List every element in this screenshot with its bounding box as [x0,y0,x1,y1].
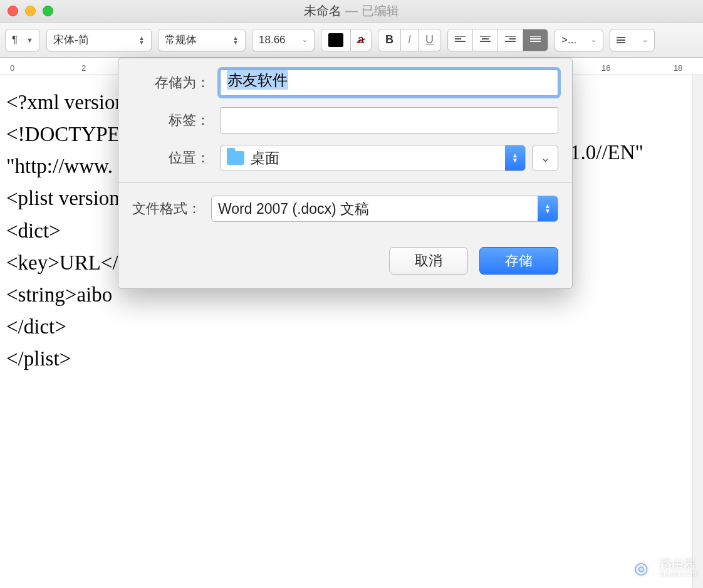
tags-label: 标签： [132,111,220,130]
tags-input[interactable] [220,107,558,134]
ruler-tick: 0 [10,63,14,73]
font-size-select[interactable]: 18.66 ⌄ [252,29,315,51]
align-right-icon [505,36,516,44]
watermark-sub: luyouqi.com [660,570,697,578]
align-left-button[interactable] [447,29,473,51]
align-justify-icon [530,36,541,44]
location-label: 位置： [132,149,220,167]
watermark-brand: 路由器 [660,558,697,570]
font-size-value: 18.66 [259,34,286,46]
popup-stepper-icon: ▲▼ [505,145,525,171]
location-popup[interactable]: 桌面 ▲▼ [220,145,526,171]
chevron-down-icon: ⌄ [541,151,550,165]
line-spacing-select[interactable]: >... ⌄ [555,29,603,51]
window-title: 未命名 — 已编辑 [304,3,398,19]
save-dialog: 存储为： 赤友软件 标签： 位置： 桌面 ▲▼ [118,58,573,289]
align-center-icon [480,36,491,44]
toolbar: ¶ ▼ 宋体-简 ▲▼ 常规体 ▲▼ 18.66 ⌄ a B I U >... … [0,23,703,58]
color-swatch-icon [328,33,343,47]
strike-a-icon: a [358,33,364,46]
align-left-icon [455,36,466,44]
ruler-tick: 16 [601,63,610,73]
save-as-value: 赤友软件 [227,70,288,90]
popup-stepper-icon: ▲▼ [538,196,558,221]
bold-button[interactable]: B [378,29,401,51]
save-button[interactable]: 存储 [479,247,558,275]
vertical-scrollbar[interactable] [692,75,703,588]
expand-dialog-button[interactable]: ⌄ [532,145,558,171]
watermark: ◎ 路由器 luyouqi.com [627,554,697,582]
alignment-group [447,29,548,51]
folder-icon [227,151,244,165]
font-style-value: 常规体 [165,33,197,47]
color-group: a [321,29,372,51]
list-icon [617,37,625,43]
font-family-value: 宋体-简 [53,33,89,47]
align-center-button[interactable] [473,29,498,51]
text-color-button[interactable] [321,29,351,51]
ruler-tick: 18 [674,63,682,73]
window-controls [8,6,53,16]
minimize-window-button[interactable] [25,6,36,16]
list-style-select[interactable]: ⌄ [610,29,655,51]
align-justify-button[interactable] [523,29,548,51]
italic-button[interactable]: I [401,29,419,51]
clear-style-button[interactable]: a [351,29,372,51]
save-as-input[interactable]: 赤友软件 [220,70,558,96]
text-style-group: B I U [378,29,441,51]
doc-right-fragment: 1.0//EN" [570,137,643,169]
file-format-popup[interactable]: Word 2007 (.docx) 文稿 ▲▼ [211,196,558,222]
watermark-icon: ◎ [627,554,655,582]
file-format-label: 文件格式： [132,199,201,218]
ruler-tick: 2 [81,63,86,73]
file-format-value: Word 2007 (.docx) 文稿 [218,199,369,219]
divider [118,182,572,183]
font-family-select[interactable]: 宋体-简 ▲▼ [46,29,152,51]
font-style-select[interactable]: 常规体 ▲▼ [158,29,246,51]
titlebar: 未命名 — 已编辑 [0,0,703,23]
document-name: 未命名 [304,4,341,18]
pilcrow-icon: ¶ [12,34,18,46]
cancel-button[interactable]: 取消 [389,247,468,275]
paragraph-style-select[interactable]: ¶ ▼ [5,29,40,51]
location-value: 桌面 [251,149,279,168]
edited-indicator: 已编辑 [362,4,399,18]
spacing-label: >... [561,34,576,46]
align-right-button[interactable] [498,29,523,51]
underline-button[interactable]: U [419,29,441,51]
zoom-window-button[interactable] [43,6,53,16]
save-as-label: 存储为： [132,73,220,92]
close-window-button[interactable] [8,6,18,16]
